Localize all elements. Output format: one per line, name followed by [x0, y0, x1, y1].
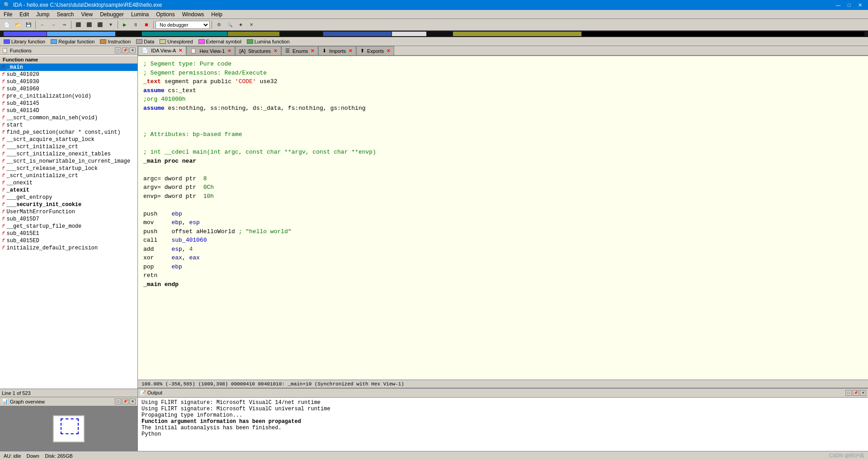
- func-item[interactable]: fsub_40114D: [0, 107, 137, 114]
- output-close-button[interactable]: ✕: [860, 390, 866, 396]
- menu-view[interactable]: View: [77, 10, 96, 19]
- tab-structures-icon: [A]: [239, 48, 245, 54]
- menu-jump[interactable]: Jump: [33, 10, 53, 19]
- func-item[interactable]: f_scrt_uninitialize_crt: [0, 172, 137, 179]
- toolbar-sep-2: [71, 21, 71, 29]
- menu-options[interactable]: Options: [152, 10, 178, 19]
- stop-button[interactable]: ⏹: [142, 20, 151, 29]
- func-item[interactable]: f__get_startup_file_mode: [0, 223, 137, 230]
- func-item[interactable]: ffind_pe_section(uchar * const,uint): [0, 129, 137, 136]
- au-status: AU: idle: [4, 453, 21, 459]
- graph-icon: 📊: [2, 399, 8, 404]
- func-item[interactable]: f__scrt_is_nonwritable_in_current_image: [0, 158, 137, 165]
- tab-enums-close[interactable]: ✕: [311, 48, 314, 53]
- menu-edit[interactable]: Edit: [16, 10, 33, 19]
- panel-float-button[interactable]: □: [115, 47, 121, 53]
- save-button[interactable]: 💾: [24, 20, 33, 29]
- func-icon: f: [2, 101, 5, 106]
- tb-misc-3[interactable]: ★: [236, 20, 245, 29]
- legend-bar: Library function Regular function Instru…: [0, 37, 868, 46]
- func-item[interactable]: f__onexit: [0, 179, 137, 187]
- code-line-3: _text segment para public 'CODE' use32: [143, 77, 863, 86]
- func-item[interactable]: finitialize_default_precision: [0, 244, 137, 252]
- run-button[interactable]: ▶: [120, 20, 130, 29]
- tab-structures-close[interactable]: ✕: [274, 48, 277, 53]
- minimize-button[interactable]: —: [834, 1, 843, 9]
- tab-ida-close[interactable]: ✕: [179, 48, 182, 53]
- func-item[interactable]: fUserMathErrorFunction: [0, 208, 137, 216]
- tab-enums-label: Enums: [292, 48, 308, 54]
- tb-misc-4[interactable]: ✕: [246, 20, 256, 29]
- close-button[interactable]: ✕: [855, 1, 864, 9]
- func-item[interactable]: fpre_c_initialization(void): [0, 93, 137, 100]
- func-item[interactable]: fstart: [0, 122, 137, 129]
- func-item[interactable]: f___scrt_release_startup_lock: [0, 165, 137, 172]
- func-item[interactable]: fsub_4015D7: [0, 216, 137, 223]
- maximize-button[interactable]: □: [844, 1, 854, 9]
- legend-label-data: Data: [144, 39, 154, 44]
- tab-exports[interactable]: ⬆ Exports ✕: [356, 46, 394, 55]
- func-item[interactable]: f___get_entropy: [0, 194, 137, 201]
- func-item[interactable]: fsub_401030: [0, 78, 137, 85]
- func-item[interactable]: f__scrt_acquire_startup_lock: [0, 136, 137, 143]
- func-name: sub_401060: [7, 86, 39, 92]
- tab-imports[interactable]: ⬇ Imports ✕: [318, 46, 356, 55]
- legend-data: Data: [136, 39, 154, 44]
- func-item[interactable]: fsub_4015E1: [0, 230, 137, 237]
- tb-btn-1[interactable]: ⬛: [73, 20, 83, 29]
- tab-structures[interactable]: [A] Structures ✕: [235, 46, 281, 55]
- open-button[interactable]: 📂: [13, 20, 23, 29]
- tb-misc-2[interactable]: 🔍: [225, 20, 235, 29]
- tab-imports-close[interactable]: ✕: [349, 48, 352, 53]
- output-line-4: Function argument information has been p…: [142, 418, 864, 425]
- func-icon: f: [2, 65, 5, 70]
- legend-color-regular: [51, 39, 57, 44]
- func-item[interactable]: fsub_401145: [0, 100, 137, 107]
- debugger-select[interactable]: No debugger: [156, 21, 210, 29]
- output-content: Using FLIRT signature: Microsoft VisualC…: [138, 398, 868, 451]
- tb-btn-2[interactable]: ⬛: [84, 20, 94, 29]
- graph-float-button[interactable]: □: [115, 399, 121, 404]
- func-item[interactable]: f___scrt_initialize_crt: [0, 143, 137, 150]
- func-item[interactable]: f_main: [0, 64, 137, 71]
- tab-hex-view[interactable]: 📋 Hex View-1 ✕: [186, 46, 235, 55]
- code-area[interactable]: ; Segment type: Pure code ; Segment perm…: [138, 56, 868, 380]
- func-item[interactable]: fsub_401060: [0, 85, 137, 93]
- menu-debugger[interactable]: Debugger: [96, 10, 127, 19]
- func-item[interactable]: f_atexit: [0, 187, 137, 194]
- func-item[interactable]: f___scrt_initialize_onexit_tables: [0, 150, 137, 158]
- back-button[interactable]: ←: [38, 20, 47, 29]
- legend-color-external: [198, 39, 205, 44]
- pause-button[interactable]: ⏸: [131, 20, 141, 29]
- menu-file[interactable]: File: [0, 10, 16, 19]
- legend-color-data: [136, 39, 142, 44]
- code-line-empty-4: [143, 165, 863, 174]
- func-item[interactable]: f___security_init_cookie: [0, 201, 137, 208]
- func-item[interactable]: f__scrt_common_main_seh(void): [0, 114, 137, 122]
- graph-close-button[interactable]: ✕: [129, 399, 136, 404]
- graph-dock-button[interactable]: 📌: [122, 399, 128, 404]
- func-name: _scrt_uninitialize_crt: [7, 173, 78, 179]
- tb-btn-3[interactable]: ⬛: [95, 20, 105, 29]
- func-item[interactable]: fsub_401020: [0, 71, 137, 78]
- panel-dock-button[interactable]: 📌: [122, 47, 128, 53]
- panel-close-button[interactable]: ✕: [129, 47, 136, 53]
- menu-search[interactable]: Search: [53, 10, 77, 19]
- tb-btn-4[interactable]: ▼: [106, 20, 116, 29]
- tab-ida-view[interactable]: 📄 IDA View-A ✕: [138, 46, 186, 55]
- tab-hex-close[interactable]: ✕: [227, 48, 231, 53]
- tab-enums[interactable]: ☰ Enums ✕: [281, 46, 318, 55]
- new-button[interactable]: 📄: [2, 20, 12, 29]
- forward-button[interactable]: →: [48, 20, 58, 29]
- menu-lumina[interactable]: Lumina: [127, 10, 152, 19]
- direction-status: Down: [27, 453, 39, 459]
- output-dock-button[interactable]: 📌: [853, 390, 859, 396]
- output-float-button[interactable]: □: [845, 390, 852, 396]
- forward2-button[interactable]: ⇒: [59, 20, 69, 29]
- tb-misc-1[interactable]: ⚙: [214, 20, 224, 29]
- tab-exports-close[interactable]: ✕: [387, 48, 390, 53]
- func-item[interactable]: fsub_4015ED: [0, 237, 137, 244]
- menu-windows[interactable]: Windows: [179, 10, 208, 19]
- menu-help[interactable]: Help: [208, 10, 226, 19]
- func-icon: f: [2, 180, 5, 186]
